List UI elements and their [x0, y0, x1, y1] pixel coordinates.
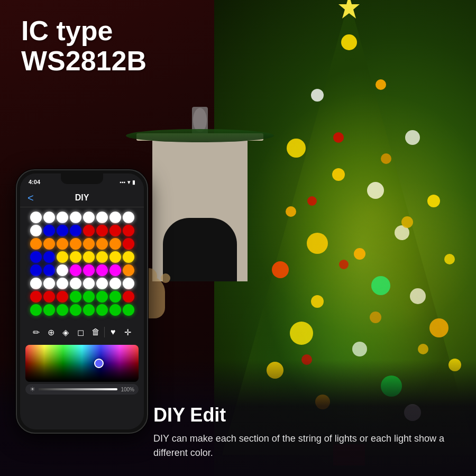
led-dot-1-5[interactable] — [96, 225, 108, 236]
screen-title: DIY — [75, 193, 89, 203]
led-dot-2-2[interactable] — [57, 238, 68, 250]
led-dot-6-3[interactable] — [70, 291, 81, 303]
back-button[interactable]: < — [28, 193, 34, 203]
led-dot-4-1[interactable] — [43, 264, 55, 276]
led-dot-1-4[interactable] — [83, 225, 95, 236]
led-dot-3-1[interactable] — [43, 251, 55, 263]
led-dot-2-3[interactable] — [70, 238, 81, 250]
led-row-0 — [25, 212, 139, 223]
led-dot-1-3[interactable] — [70, 225, 81, 236]
led-dot-7-7[interactable] — [123, 304, 134, 316]
move-tool[interactable]: ✛ — [122, 326, 134, 338]
led-dot-6-4[interactable] — [83, 291, 95, 303]
brightness-bar[interactable]: ☀ 100% — [25, 384, 139, 395]
fireplace-area — [152, 133, 248, 281]
led-row-1 — [25, 225, 139, 236]
ic-type-block: IC type WS2812B — [21, 16, 147, 76]
led-dot-4-0[interactable] — [30, 264, 42, 276]
led-dot-5-3[interactable] — [70, 278, 81, 289]
brightness-track[interactable] — [39, 388, 117, 390]
led-dot-2-7[interactable] — [123, 238, 134, 250]
led-dot-4-2[interactable] — [57, 264, 68, 276]
led-dot-4-5[interactable] — [96, 264, 108, 276]
led-dot-3-7[interactable] — [123, 251, 134, 263]
led-dot-7-0[interactable] — [30, 304, 42, 316]
led-dot-5-2[interactable] — [57, 278, 68, 289]
color-picker[interactable] — [25, 345, 139, 382]
led-dot-7-1[interactable] — [43, 304, 55, 316]
diy-description: DIY can make each section of the string … — [153, 432, 460, 460]
led-dot-2-4[interactable] — [83, 238, 95, 250]
pencil-tool[interactable]: ✏ — [30, 326, 42, 338]
toolbar[interactable]: ✏ ⊕ ◈ ◻ 🗑 ♥ ✛ — [20, 322, 144, 343]
led-dot-4-3[interactable] — [70, 264, 81, 276]
led-dot-6-0[interactable] — [30, 291, 42, 303]
led-dot-5-6[interactable] — [109, 278, 121, 289]
phone-mockup: 4:04 ▪▪▪ ▾ ▮ < DIY ✏ ⊕ ◈ ◻ 🗑 — [16, 169, 148, 434]
fill-tool[interactable]: ◈ — [59, 326, 72, 338]
phone-frame: 4:04 ▪▪▪ ▾ ▮ < DIY ✏ ⊕ ◈ ◻ 🗑 — [16, 169, 148, 434]
led-row-6 — [25, 291, 139, 303]
led-dot-0-2[interactable] — [57, 212, 68, 223]
color-cursor[interactable] — [94, 359, 104, 368]
led-dot-0-3[interactable] — [70, 212, 81, 223]
led-dot-7-6[interactable] — [109, 304, 121, 316]
led-dot-2-6[interactable] — [109, 238, 121, 250]
color-picker-gradient — [25, 345, 139, 382]
led-row-2 — [25, 238, 139, 250]
led-dot-0-5[interactable] — [96, 212, 108, 223]
led-dot-0-4[interactable] — [83, 212, 95, 223]
led-dot-4-6[interactable] — [109, 264, 121, 276]
led-dot-0-0[interactable] — [30, 212, 42, 223]
led-dot-6-1[interactable] — [43, 291, 55, 303]
status-time: 4:04 — [29, 179, 40, 185]
diy-title: DIY Edit — [153, 404, 460, 426]
led-dot-3-5[interactable] — [96, 251, 108, 263]
eraser-tool[interactable]: ◻ — [74, 326, 87, 338]
led-dot-1-0[interactable] — [30, 225, 42, 236]
led-dot-5-0[interactable] — [30, 278, 42, 289]
led-grid — [20, 207, 144, 322]
led-dot-0-6[interactable] — [109, 212, 121, 223]
led-dot-2-0[interactable] — [30, 238, 42, 250]
led-dot-1-6[interactable] — [109, 225, 121, 236]
led-dot-3-0[interactable] — [30, 251, 42, 263]
led-dot-1-7[interactable] — [123, 225, 134, 236]
led-dot-6-7[interactable] — [123, 291, 134, 303]
phone-screen: 4:04 ▪▪▪ ▾ ▮ < DIY ✏ ⊕ ◈ ◻ 🗑 — [20, 173, 144, 429]
heart-tool[interactable]: ♥ — [107, 326, 120, 338]
led-dot-5-5[interactable] — [96, 278, 108, 289]
led-dot-2-5[interactable] — [96, 238, 108, 250]
led-dot-7-2[interactable] — [57, 304, 68, 316]
trash-tool[interactable]: 🗑 — [89, 326, 102, 338]
led-dot-3-3[interactable] — [70, 251, 81, 263]
led-dot-6-2[interactable] — [57, 291, 68, 303]
led-dot-1-2[interactable] — [57, 225, 68, 236]
divider — [104, 327, 105, 337]
led-dot-2-1[interactable] — [43, 238, 55, 250]
signal-icon: ▪▪▪ — [120, 179, 125, 185]
wifi-icon: ▾ — [127, 179, 130, 185]
led-dot-7-3[interactable] — [70, 304, 81, 316]
led-dot-7-4[interactable] — [83, 304, 95, 316]
led-dot-3-6[interactable] — [109, 251, 121, 263]
led-dot-6-6[interactable] — [109, 291, 121, 303]
led-dot-5-1[interactable] — [43, 278, 55, 289]
led-dot-6-5[interactable] — [96, 291, 108, 303]
brightness-icon: ☀ — [30, 386, 35, 393]
led-dot-0-1[interactable] — [43, 212, 55, 223]
led-dot-0-7[interactable] — [123, 212, 134, 223]
led-dot-1-1[interactable] — [43, 225, 55, 236]
led-dot-4-7[interactable] — [123, 264, 134, 276]
led-dot-5-4[interactable] — [83, 278, 95, 289]
led-row-3 — [25, 251, 139, 263]
fireplace-arch — [163, 218, 237, 281]
phone-notch — [61, 173, 103, 184]
led-dot-7-5[interactable] — [96, 304, 108, 316]
led-dot-3-2[interactable] — [57, 251, 68, 263]
picker-tool[interactable]: ⊕ — [44, 326, 57, 338]
led-dot-4-4[interactable] — [83, 264, 95, 276]
led-dot-3-4[interactable] — [83, 251, 95, 263]
status-icons: ▪▪▪ ▾ ▮ — [120, 179, 135, 185]
led-dot-5-7[interactable] — [123, 278, 134, 289]
